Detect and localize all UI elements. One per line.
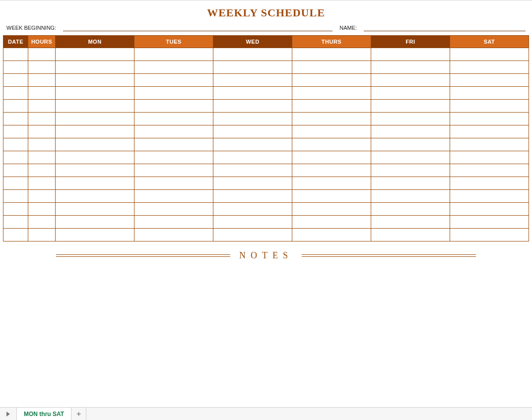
table-cell[interactable] xyxy=(3,48,28,61)
table-cell[interactable] xyxy=(3,87,28,100)
table-cell[interactable] xyxy=(450,151,529,164)
table-cell[interactable] xyxy=(213,100,292,113)
table-cell[interactable] xyxy=(292,177,371,190)
table-cell[interactable] xyxy=(292,87,371,100)
table-cell[interactable] xyxy=(56,151,134,164)
table-cell[interactable] xyxy=(56,203,134,216)
table-cell[interactable] xyxy=(371,100,450,113)
table-cell[interactable] xyxy=(292,203,371,216)
table-cell[interactable] xyxy=(371,125,450,138)
table-cell[interactable] xyxy=(450,74,529,87)
table-cell[interactable] xyxy=(450,138,529,151)
table-cell[interactable] xyxy=(371,190,450,203)
table-cell[interactable] xyxy=(213,125,292,138)
table-cell[interactable] xyxy=(56,74,134,87)
table-cell[interactable] xyxy=(292,100,371,113)
table-cell[interactable] xyxy=(134,87,213,100)
table-cell[interactable] xyxy=(134,164,213,177)
table-cell[interactable] xyxy=(56,164,134,177)
table-cell[interactable] xyxy=(56,177,134,190)
table-cell[interactable] xyxy=(213,216,292,229)
table-cell[interactable] xyxy=(3,177,28,190)
table-cell[interactable] xyxy=(450,48,529,61)
tab-nav-button[interactable] xyxy=(0,408,17,420)
table-cell[interactable] xyxy=(371,229,450,241)
table-cell[interactable] xyxy=(213,203,292,216)
table-cell[interactable] xyxy=(56,100,134,113)
table-cell[interactable] xyxy=(134,74,213,87)
table-cell[interactable] xyxy=(28,61,56,74)
table-cell[interactable] xyxy=(3,151,28,164)
table-cell[interactable] xyxy=(3,125,28,138)
table-cell[interactable] xyxy=(28,125,56,138)
table-cell[interactable] xyxy=(371,87,450,100)
sheet-tab-active[interactable]: MON thru SAT xyxy=(17,408,71,420)
table-cell[interactable] xyxy=(213,113,292,125)
table-cell[interactable] xyxy=(450,216,529,229)
table-cell[interactable] xyxy=(134,177,213,190)
table-cell[interactable] xyxy=(292,229,371,241)
table-cell[interactable] xyxy=(28,100,56,113)
table-cell[interactable] xyxy=(3,164,28,177)
table-cell[interactable] xyxy=(450,177,529,190)
table-cell[interactable] xyxy=(56,190,134,203)
table-cell[interactable] xyxy=(134,229,213,241)
table-cell[interactable] xyxy=(56,229,134,241)
table-cell[interactable] xyxy=(371,177,450,190)
table-cell[interactable] xyxy=(56,61,134,74)
table-cell[interactable] xyxy=(28,48,56,61)
table-cell[interactable] xyxy=(450,61,529,74)
table-cell[interactable] xyxy=(28,229,56,241)
table-cell[interactable] xyxy=(134,125,213,138)
table-cell[interactable] xyxy=(450,229,529,241)
table-cell[interactable] xyxy=(292,125,371,138)
table-cell[interactable] xyxy=(213,87,292,100)
table-cell[interactable] xyxy=(134,216,213,229)
table-cell[interactable] xyxy=(450,164,529,177)
table-cell[interactable] xyxy=(213,151,292,164)
name-input[interactable] xyxy=(364,24,526,31)
table-cell[interactable] xyxy=(371,61,450,74)
table-cell[interactable] xyxy=(3,100,28,113)
table-cell[interactable] xyxy=(3,203,28,216)
table-cell[interactable] xyxy=(56,125,134,138)
table-cell[interactable] xyxy=(56,138,134,151)
table-cell[interactable] xyxy=(450,113,529,125)
table-cell[interactable] xyxy=(213,190,292,203)
table-cell[interactable] xyxy=(213,74,292,87)
table-cell[interactable] xyxy=(371,48,450,61)
table-cell[interactable] xyxy=(134,203,213,216)
table-cell[interactable] xyxy=(28,190,56,203)
table-cell[interactable] xyxy=(292,151,371,164)
table-cell[interactable] xyxy=(134,113,213,125)
week-beginning-input[interactable] xyxy=(63,24,332,31)
table-cell[interactable] xyxy=(292,113,371,125)
table-cell[interactable] xyxy=(292,216,371,229)
table-cell[interactable] xyxy=(28,74,56,87)
table-cell[interactable] xyxy=(292,74,371,87)
table-cell[interactable] xyxy=(134,138,213,151)
table-cell[interactable] xyxy=(213,138,292,151)
table-cell[interactable] xyxy=(213,48,292,61)
table-cell[interactable] xyxy=(292,48,371,61)
table-cell[interactable] xyxy=(450,203,529,216)
table-cell[interactable] xyxy=(134,61,213,74)
table-cell[interactable] xyxy=(28,203,56,216)
table-cell[interactable] xyxy=(134,100,213,113)
table-cell[interactable] xyxy=(450,100,529,113)
table-cell[interactable] xyxy=(3,138,28,151)
table-cell[interactable] xyxy=(371,203,450,216)
table-cell[interactable] xyxy=(28,177,56,190)
table-cell[interactable] xyxy=(3,229,28,241)
table-cell[interactable] xyxy=(450,125,529,138)
table-cell[interactable] xyxy=(371,113,450,125)
table-cell[interactable] xyxy=(213,229,292,241)
table-cell[interactable] xyxy=(28,138,56,151)
table-cell[interactable] xyxy=(292,190,371,203)
table-cell[interactable] xyxy=(3,61,28,74)
table-cell[interactable] xyxy=(213,61,292,74)
table-cell[interactable] xyxy=(292,61,371,74)
table-cell[interactable] xyxy=(3,74,28,87)
table-cell[interactable] xyxy=(3,113,28,125)
table-cell[interactable] xyxy=(28,113,56,125)
